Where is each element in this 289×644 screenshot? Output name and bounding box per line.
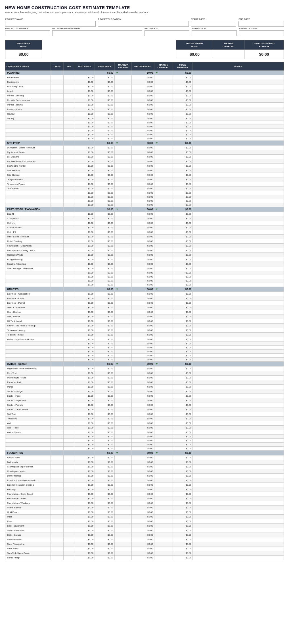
- item-notes[interactable]: [193, 447, 284, 451]
- item-markup[interactable]: [115, 398, 132, 403]
- item-markup[interactable]: [115, 301, 132, 305]
- item-notes[interactable]: [193, 546, 284, 551]
- item-notes[interactable]: [193, 328, 284, 333]
- item-markup[interactable]: [115, 84, 132, 89]
- item-notes[interactable]: [193, 380, 284, 385]
- item-per[interactable]: [64, 398, 75, 403]
- item-units[interactable]: [51, 366, 64, 371]
- item-notes[interactable]: [193, 528, 284, 533]
- item-units[interactable]: [51, 487, 64, 492]
- item-units[interactable]: [51, 389, 64, 394]
- item-unit-price[interactable]: $0.00: [75, 515, 95, 519]
- item-unit-price[interactable]: $0.00: [75, 350, 95, 354]
- item-unit-price[interactable]: $0.00: [75, 212, 95, 216]
- item-units[interactable]: [51, 412, 64, 417]
- item-unit-price[interactable]: $0.00: [75, 89, 95, 94]
- item-per[interactable]: [64, 146, 75, 150]
- item-markup[interactable]: [115, 230, 132, 235]
- item-unit-price[interactable]: $0.00: [75, 478, 95, 483]
- item-per[interactable]: [64, 203, 75, 207]
- item-unit-price[interactable]: $0.00: [75, 542, 95, 546]
- item-unit-price[interactable]: $0.00: [75, 177, 95, 182]
- project-id-input[interactable]: [144, 30, 189, 36]
- item-markup[interactable]: [115, 469, 132, 474]
- item-notes[interactable]: [193, 296, 284, 301]
- item-markup[interactable]: [115, 239, 132, 244]
- item-notes[interactable]: [193, 314, 284, 319]
- item-per[interactable]: [64, 337, 75, 342]
- item-units[interactable]: [51, 129, 64, 133]
- item-notes[interactable]: [193, 159, 284, 164]
- item-per[interactable]: [64, 439, 75, 443]
- item-markup[interactable]: [115, 542, 132, 546]
- item-notes[interactable]: [193, 542, 284, 546]
- item-markup[interactable]: [115, 474, 132, 478]
- item-unit-price[interactable]: $0.00: [75, 492, 95, 496]
- item-units[interactable]: [51, 337, 64, 342]
- item-notes[interactable]: [193, 474, 284, 478]
- item-markup[interactable]: [115, 546, 132, 551]
- item-units[interactable]: [51, 478, 64, 483]
- item-notes[interactable]: [193, 275, 284, 279]
- item-unit-price[interactable]: $0.00: [75, 146, 95, 150]
- item-markup[interactable]: [115, 182, 132, 187]
- item-markup[interactable]: [115, 253, 132, 257]
- item-per[interactable]: [64, 385, 75, 389]
- item-units[interactable]: [51, 515, 64, 519]
- item-per[interactable]: [64, 542, 75, 546]
- item-markup[interactable]: [115, 121, 132, 125]
- item-notes[interactable]: [193, 266, 284, 271]
- item-notes[interactable]: [193, 465, 284, 469]
- item-per[interactable]: [64, 496, 75, 501]
- item-markup[interactable]: [115, 439, 132, 443]
- item-notes[interactable]: [193, 75, 284, 80]
- item-unit-price[interactable]: $0.00: [75, 94, 95, 98]
- item-per[interactable]: [64, 121, 75, 125]
- item-unit-price[interactable]: $0.00: [75, 342, 95, 346]
- item-unit-price[interactable]: $0.00: [75, 412, 95, 417]
- item-per[interactable]: [64, 301, 75, 305]
- item-notes[interactable]: [193, 121, 284, 125]
- item-markup[interactable]: [115, 98, 132, 103]
- item-notes[interactable]: [193, 173, 284, 177]
- item-markup[interactable]: [115, 403, 132, 407]
- item-per[interactable]: [64, 191, 75, 195]
- item-markup[interactable]: [115, 435, 132, 439]
- item-notes[interactable]: [193, 116, 284, 121]
- item-unit-price[interactable]: $0.00: [75, 358, 95, 362]
- item-per[interactable]: [64, 350, 75, 354]
- item-per[interactable]: [64, 116, 75, 121]
- item-units[interactable]: [51, 212, 64, 216]
- item-per[interactable]: [64, 137, 75, 141]
- item-per[interactable]: [64, 546, 75, 551]
- item-notes[interactable]: [193, 533, 284, 537]
- item-units[interactable]: [51, 244, 64, 248]
- item-unit-price[interactable]: $0.00: [75, 506, 95, 510]
- item-markup[interactable]: [115, 187, 132, 191]
- item-unit-price[interactable]: $0.00: [75, 435, 95, 439]
- item-per[interactable]: [64, 173, 75, 177]
- item-unit-price[interactable]: $0.00: [75, 159, 95, 164]
- item-per[interactable]: [64, 389, 75, 394]
- item-notes[interactable]: [193, 407, 284, 412]
- item-unit-price[interactable]: $0.00: [75, 271, 95, 275]
- item-notes[interactable]: [193, 371, 284, 376]
- item-markup[interactable]: [115, 112, 132, 116]
- project-location-input[interactable]: [98, 21, 189, 27]
- item-notes[interactable]: [193, 305, 284, 310]
- item-notes[interactable]: [193, 366, 284, 371]
- item-markup[interactable]: [115, 412, 132, 417]
- item-per[interactable]: [64, 455, 75, 460]
- item-notes[interactable]: [193, 455, 284, 460]
- item-markup[interactable]: [115, 212, 132, 216]
- item-markup[interactable]: [115, 496, 132, 501]
- item-markup[interactable]: [115, 199, 132, 203]
- item-unit-price[interactable]: $0.00: [75, 292, 95, 296]
- item-markup[interactable]: [115, 492, 132, 496]
- item-markup[interactable]: [115, 275, 132, 279]
- item-unit-price[interactable]: $0.00: [75, 230, 95, 235]
- item-markup[interactable]: [115, 292, 132, 296]
- item-per[interactable]: [64, 125, 75, 129]
- item-unit-price[interactable]: $0.00: [75, 168, 95, 173]
- item-unit-price[interactable]: $0.00: [75, 510, 95, 515]
